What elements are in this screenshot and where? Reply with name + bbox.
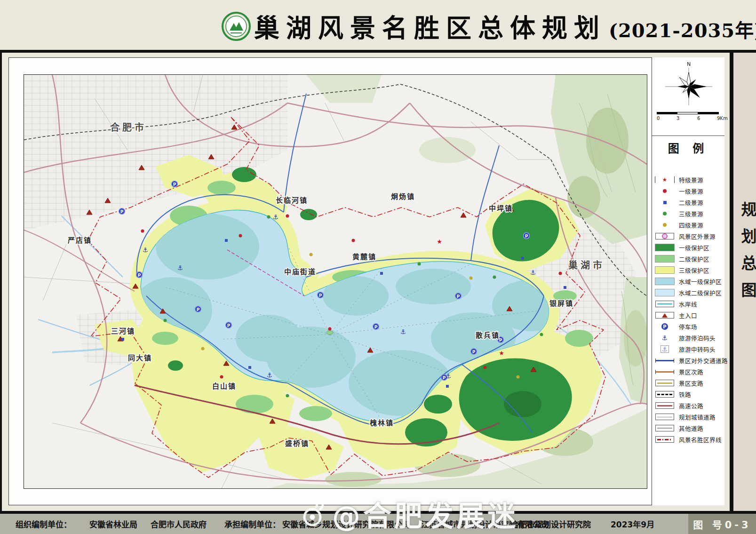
- town-label: 槐林镇: [369, 419, 394, 427]
- boxline-swatch: [654, 436, 676, 443]
- dot-yellow-resource-icon: [201, 347, 205, 351]
- dot-green-resource-icon: [286, 394, 289, 398]
- dot-red-resource-icon: [484, 366, 487, 369]
- dot-red-resource-icon: [286, 215, 289, 218]
- legend-item-label: 高速公路: [679, 401, 703, 410]
- scale-tick: 9Km: [717, 116, 728, 121]
- legend-item: 三级保护区: [654, 264, 724, 276]
- anchor2-swatch: ⚓: [654, 345, 676, 353]
- dot-green-resource-icon: [418, 263, 421, 266]
- parking-icon: P: [373, 324, 379, 330]
- city-label: 合肥市: [110, 122, 147, 133]
- legend-item: P停车场: [654, 321, 724, 332]
- sq-swatch: [654, 201, 676, 204]
- legend-item: 二级景源: [654, 197, 724, 208]
- scale-bar: 0369Km: [657, 110, 721, 124]
- scale-tick: 3: [676, 116, 679, 121]
- fill-swatch: [654, 266, 676, 274]
- legend-item-label: 四级景源: [679, 221, 703, 230]
- fill-swatch: [654, 244, 676, 251]
- town-label: 同大镇: [128, 354, 152, 362]
- parking-icon: P: [172, 181, 178, 187]
- legend-item: 主入口: [654, 310, 724, 321]
- svg-text:P: P: [472, 350, 476, 354]
- svg-text:P: P: [173, 182, 176, 187]
- legend-panel: N 0369Km 图 例 ★特级景源一级景源二级景源三级景源四级景源风景区外景源…: [652, 57, 724, 505]
- town-label: 严店镇: [67, 236, 92, 245]
- dot-green-resource-icon: [164, 319, 167, 322]
- dot-swatch: [654, 223, 676, 227]
- city-label: 巢湖市: [568, 260, 605, 271]
- parking-icon: P: [195, 306, 201, 312]
- boxline-swatch: [654, 380, 676, 386]
- date: 2023年9月: [611, 518, 654, 530]
- lake-island: [326, 331, 333, 335]
- org-label: 组织编制单位：: [16, 518, 72, 530]
- frame-rule-left: [0, 50, 2, 514]
- town-label: 三河镇: [111, 327, 135, 335]
- wharf-icon: ⚓: [143, 246, 149, 254]
- boxline-swatch: [654, 402, 676, 409]
- wharf-icon: ⚓: [273, 213, 279, 221]
- svg-text:P: P: [457, 294, 460, 299]
- dot-green-resource-icon: [267, 215, 271, 219]
- north-arrow: N: [659, 59, 719, 108]
- legend-item-label: 水岸线: [679, 300, 697, 309]
- town-label: 白山镇: [212, 382, 236, 391]
- svg-text:P: P: [319, 293, 322, 298]
- legend-item: 三级景源: [654, 208, 724, 219]
- org-value-2: 合肥市人民政府: [151, 518, 207, 530]
- town-label: 中垾镇: [489, 204, 513, 213]
- map-canvas: PPPPPPPPPPPP⚓⚓⚓⚓⚓⚓⚓★★ 合肥市严店镇长临河镇烔炀镇中垾镇巢湖…: [24, 75, 647, 488]
- legend-item: 景区支路: [654, 377, 724, 389]
- wharf-icon: ⚓: [400, 328, 406, 335]
- wharf-icon: ⚓: [267, 371, 273, 379]
- sheet-number-box: 图 号0-3: [688, 514, 756, 534]
- fill-swatch: [654, 255, 676, 263]
- scale-tick: 0: [657, 116, 660, 121]
- legend-item: 水域一级保护区: [654, 276, 724, 287]
- legend-item-label: 景区对外交通道路: [679, 356, 728, 365]
- town-label: 银屏镇: [549, 299, 573, 308]
- wharf-icon: ⚓: [530, 269, 536, 276]
- legend-item: 一级景源: [654, 185, 724, 197]
- parking-icon: P: [226, 322, 232, 328]
- level2-resource-icon: [121, 338, 124, 341]
- legend-item: 景区次路: [654, 366, 724, 377]
- dot-red-resource-icon: [559, 272, 562, 275]
- legend-item-label: 其他道路: [679, 424, 703, 433]
- map-panel: PPPPPPPPPPPP⚓⚓⚓⚓⚓⚓⚓★★ 合肥市严店镇长临河镇烔炀镇中垾镇巢湖…: [24, 74, 647, 489]
- legend-item: 高速公路: [654, 400, 724, 411]
- sheet-number: 图 号0-3: [693, 517, 751, 531]
- dot-green-resource-icon: [493, 276, 496, 279]
- legend-item: 景区对外交通道路: [654, 355, 724, 366]
- legend-item: ⚓旅游中转码头: [654, 343, 724, 355]
- svg-text:P: P: [120, 209, 124, 214]
- legend-item-label: 旅游停泊码头: [679, 334, 716, 343]
- anchor-swatch: ⚓: [654, 335, 676, 341]
- fill-swatch: [654, 278, 676, 285]
- legend-item: ⚓旅游停泊码头: [654, 332, 724, 343]
- scale-tick: 6: [697, 116, 700, 121]
- sheet-name-vertical: 规划总图: [736, 201, 756, 309]
- boxline-swatch: [654, 414, 676, 420]
- svg-text:P: P: [227, 323, 231, 328]
- dot-yellow-resource-icon: [517, 375, 520, 379]
- legend-item: 水岸线: [654, 298, 724, 310]
- dot-swatch: [654, 189, 676, 193]
- wharf-icon: ⚓: [177, 264, 183, 271]
- legend-item-label: 铁路: [679, 390, 691, 399]
- legend-item-label: 二级景源: [679, 198, 703, 207]
- parking-icon: P: [119, 208, 125, 215]
- legend-item-label: 景区次路: [679, 367, 703, 376]
- legend-item-label: 特级景源: [679, 175, 703, 184]
- town-label: 盛桥镇: [285, 439, 309, 448]
- page-title: 巢湖风景名胜区总体规划 (2021-2035年): [254, 8, 756, 45]
- title-text: 巢湖风景名胜区总体规划: [254, 8, 606, 45]
- legend-item-label: 规划城镇道路: [679, 413, 716, 422]
- boxline-swatch: [654, 301, 676, 307]
- level2-resource-icon: [564, 286, 566, 289]
- town-label: 黄麓镇: [352, 253, 376, 261]
- fill-swatch: [654, 289, 676, 296]
- legend-item: 水域二级保护区: [654, 287, 724, 298]
